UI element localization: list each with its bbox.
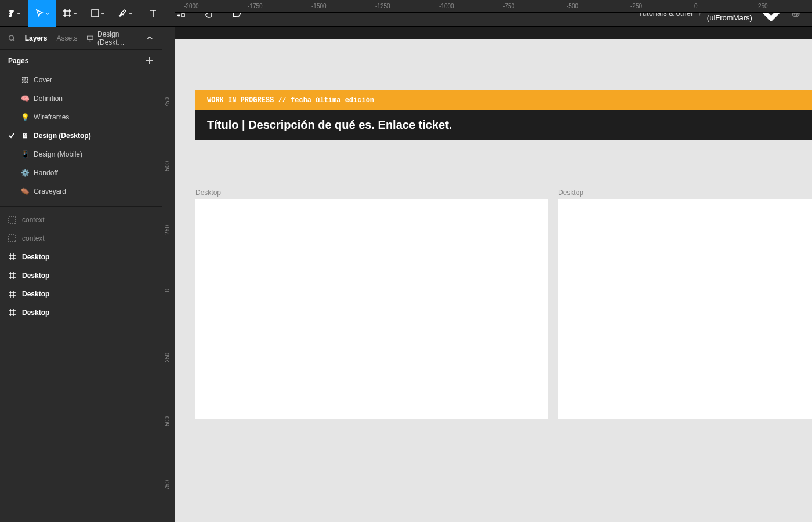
vertical-ruler: -750 -500 -250 0 250 500 750 — [162, 27, 175, 522]
figma-logo-icon — [8, 9, 16, 17]
ruler-tick: 500 — [164, 416, 171, 426]
add-page-button[interactable] — [146, 57, 154, 65]
chevron-down-icon — [73, 12, 77, 16]
page-wireframes[interactable]: 💡Wireframes — [0, 108, 162, 126]
chevron-up-icon — [146, 34, 154, 42]
frame-desktop[interactable] — [558, 199, 812, 419]
svg-rect-6 — [9, 216, 16, 223]
canvas[interactable]: WORK IN PROGRESS // fecha última edición… — [175, 39, 812, 522]
canvas-area: -750 -500 -250 0 250 500 750 WORK IN PRO… — [162, 27, 812, 522]
layer-desktop[interactable]: Desktop — [0, 285, 162, 303]
ruler-tick: -1500 — [311, 3, 327, 9]
svg-rect-2 — [182, 14, 184, 17]
bulb-icon: 💡 — [21, 113, 29, 121]
ruler-tick: -500 — [164, 161, 171, 173]
layer-desktop[interactable]: Desktop — [0, 248, 162, 266]
tab-layers[interactable]: Layers — [25, 34, 48, 42]
ruler-tick: -1250 — [375, 3, 390, 9]
ruler-tick: -750 — [164, 97, 171, 109]
page-definition[interactable]: 🧠Definition — [0, 89, 162, 108]
text-tool[interactable] — [139, 0, 167, 27]
page-cover[interactable]: 🖼Cover — [0, 71, 162, 89]
page-picker[interactable]: Design (Deskt… — [86, 30, 154, 46]
title-banner: Título | Descripción de qué es. Enlace t… — [195, 110, 812, 140]
ruler-tick: 250 — [164, 353, 171, 362]
chevron-down-icon — [101, 12, 105, 16]
chevron-down-icon — [17, 12, 21, 16]
svg-point-4 — [9, 35, 14, 40]
search-icon[interactable] — [8, 34, 16, 42]
move-tool[interactable] — [28, 0, 56, 27]
mobile-icon: 📱 — [21, 150, 29, 158]
frame-icon — [8, 309, 16, 317]
left-sidebar: Layers Assets Design (Deskt… Pages 🖼Cove… — [0, 27, 162, 522]
desktop-icon: 🖥 — [21, 132, 29, 140]
horizontal-ruler: -2000 -1750 -1500 -1250 -1000 -750 -500 … — [175, 0, 812, 13]
ruler-tick: -250 — [630, 3, 642, 9]
pages-list: 🖼Cover 🧠Definition 💡Wireframes 🖥Design (… — [0, 71, 162, 206]
chevron-down-icon — [129, 12, 133, 16]
header-banner: WORK IN PROGRESS // fecha última edición… — [195, 90, 812, 140]
brain-icon: 🧠 — [21, 95, 29, 103]
frame-icon — [8, 271, 16, 280]
ruler-tick: -250 — [164, 225, 171, 237]
svg-rect-5 — [88, 36, 93, 39]
check-icon — [8, 132, 15, 139]
shape-tool[interactable] — [84, 0, 111, 27]
coffin-icon: ⚰️ — [21, 187, 29, 195]
layers-list: context context Desktop Desktop Desktop … — [0, 207, 162, 322]
page-design-mobile[interactable]: 📱Design (Mobile) — [0, 145, 162, 164]
frame-icon — [63, 9, 72, 18]
pen-tool[interactable] — [111, 0, 139, 27]
layer-context[interactable]: context — [0, 229, 162, 248]
desktop-icon — [86, 34, 94, 42]
ruler-tick: -750 — [503, 3, 514, 9]
cursor-icon — [35, 9, 44, 18]
ruler-tick: -1000 — [439, 3, 454, 9]
wip-banner: WORK IN PROGRESS // fecha última edición — [195, 90, 812, 110]
page-graveyard[interactable]: ⚰️Graveyard — [0, 182, 162, 201]
pages-section-header: Pages — [0, 50, 162, 71]
layer-context[interactable]: context — [0, 211, 162, 229]
ruler-tick: -1750 — [248, 3, 263, 9]
frame-label[interactable]: Desktop — [558, 188, 583, 197]
dashed-frame-icon — [8, 216, 16, 224]
tab-assets[interactable]: Assets — [56, 34, 77, 42]
frame-icon — [8, 253, 16, 261]
page-picker-label: Design (Deskt… — [97, 30, 143, 46]
dashed-frame-icon — [8, 234, 16, 242]
ruler-tick: 0 — [694, 3, 698, 9]
page-handoff[interactable]: ⚙️Handoff — [0, 164, 162, 182]
text-icon — [148, 9, 158, 18]
ruler-tick: 750 — [164, 480, 171, 490]
frame-tool[interactable] — [56, 0, 84, 27]
layer-desktop[interactable]: Desktop — [0, 303, 162, 322]
ruler-tick: 0 — [164, 289, 171, 292]
sidebar-tabs: Layers Assets Design (Deskt… — [0, 27, 162, 50]
rectangle-icon — [90, 9, 100, 18]
svg-rect-0 — [92, 10, 99, 17]
layer-desktop[interactable]: Desktop — [0, 266, 162, 285]
svg-rect-7 — [9, 235, 16, 242]
figma-menu[interactable] — [0, 0, 28, 27]
gear-icon: ⚙️ — [21, 169, 29, 177]
frame-icon — [8, 290, 16, 298]
pages-title: Pages — [8, 57, 28, 65]
ruler-tick: 250 — [758, 3, 768, 9]
pen-icon — [118, 9, 128, 18]
cover-icon: 🖼 — [21, 76, 29, 84]
ruler-tick: -2000 — [184, 3, 199, 9]
ruler-tick: -500 — [567, 3, 578, 9]
page-design-desktop[interactable]: 🖥Design (Desktop) — [0, 126, 162, 145]
frame-label[interactable]: Desktop — [195, 188, 221, 197]
chevron-down-icon — [45, 12, 49, 16]
frame-desktop[interactable] — [195, 199, 548, 419]
